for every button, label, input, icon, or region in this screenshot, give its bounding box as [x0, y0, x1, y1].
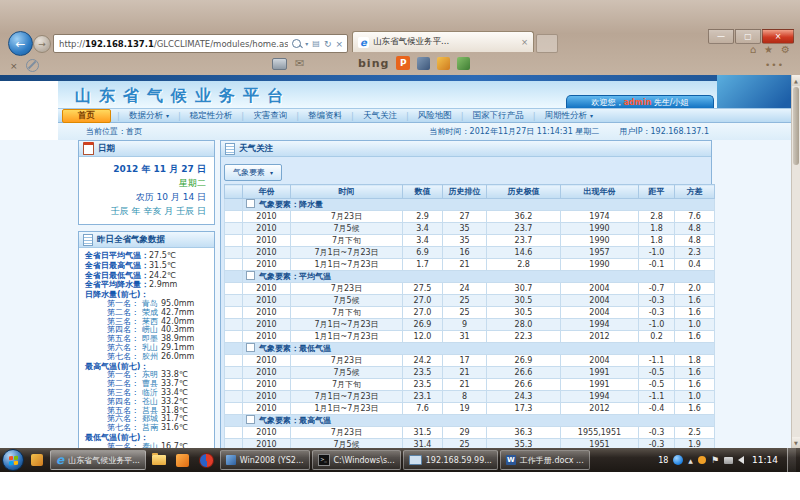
row-select-cell — [225, 427, 243, 439]
app-browser-button[interactable] — [196, 450, 218, 470]
rank-station[interactable]: 莒南 — [142, 424, 158, 433]
nav-item-9[interactable]: 周期性分析▾ — [536, 110, 603, 122]
camera-icon[interactable] — [272, 58, 287, 70]
browser-tab[interactable]: e 山东省气候业务平... × — [352, 31, 534, 52]
toolbar-app2-icon[interactable] — [437, 57, 450, 70]
compatibility-icon[interactable]: ▤ — [312, 39, 320, 48]
new-tab-button[interactable] — [536, 34, 558, 53]
mail-icon[interactable]: ✉ — [295, 57, 304, 70]
table-cell: 23.1 — [403, 391, 443, 403]
window-controls: — ▢ × — [707, 29, 794, 44]
table-cell: 21 — [443, 259, 487, 271]
refresh-icon[interactable]: ↻ — [324, 39, 332, 49]
table-cell: 2010 — [243, 319, 291, 331]
table-row[interactable]: 20107月23日24.21726.92004-1.11.8 — [225, 355, 715, 367]
overflow-dots-icon[interactable]: ••• — [765, 60, 784, 70]
table-row[interactable]: 20107月5候3.43523.719901.84.8 — [225, 223, 715, 235]
nav-item-6[interactable]: 天气关注 — [354, 110, 406, 122]
table-row[interactable]: 20107月23日2.92736.219742.87.6 — [225, 211, 715, 223]
table-row[interactable]: 20107月23日27.52430.72004-0.72.0 — [225, 283, 715, 295]
group-checkbox[interactable] — [246, 343, 255, 352]
taskbar-clock[interactable]: 11:14 — [752, 455, 778, 465]
favorites-star-icon[interactable]: ★ — [764, 44, 773, 55]
pinned-app-icon[interactable] — [26, 450, 48, 470]
explorer-button[interactable] — [148, 450, 170, 470]
group-name-cell: 气象要素：平均气温 — [243, 271, 715, 283]
app-orange-button[interactable] — [172, 450, 194, 470]
speaker-icon[interactable] — [738, 456, 744, 464]
bing-badge-icon[interactable]: P — [396, 56, 410, 70]
table-cell: -0.3 — [639, 439, 675, 449]
nav-item-7[interactable]: 风险地图 — [409, 110, 461, 122]
nav-item-5[interactable]: 整编资料 — [299, 110, 351, 122]
show-desktop-button[interactable] — [787, 448, 796, 472]
browser-forward-button[interactable]: → — [33, 35, 51, 53]
window-button[interactable]: 192.168.59.99... — [403, 450, 498, 470]
nav-item-1[interactable]: 首页 — [62, 109, 111, 123]
toolbar-app1-icon[interactable] — [417, 57, 430, 70]
table-cell: 25 — [443, 295, 487, 307]
window-maximize-button[interactable]: ▢ — [735, 29, 761, 44]
window-button[interactable]: W工作手册.docx ... — [500, 450, 590, 470]
group-checkbox[interactable] — [246, 199, 255, 208]
nav-item-8[interactable]: 国家下行产品 — [464, 110, 533, 122]
calendar-ganzhi: 壬辰 年 辛亥 月 壬辰 日 — [87, 204, 206, 218]
table-row[interactable]: 20107月1日~7月23日23.1824.31994-1.11.0 — [225, 391, 715, 403]
group-name: 气象要素：降水量 — [259, 200, 323, 209]
table-row[interactable]: 20107月下旬27.02530.52004-0.31.6 — [225, 307, 715, 319]
browser-back-button[interactable]: ← — [8, 31, 33, 56]
window-minimize-button[interactable]: — — [708, 29, 734, 44]
chevron-down-icon[interactable]: ▾ — [305, 40, 308, 47]
window-close-button[interactable]: × — [762, 29, 794, 44]
table-row[interactable]: 20107月1日~7月23日6.91614.61957-1.02.3 — [225, 247, 715, 259]
scroll-thumb[interactable] — [793, 87, 799, 165]
rank-station[interactable]: 胶州 — [142, 353, 158, 362]
messenger-icon[interactable] — [673, 455, 683, 465]
table-row[interactable]: 20107月下旬3.43523.719901.84.8 — [225, 235, 715, 247]
action-center-flag-icon[interactable]: ⚑ — [711, 455, 719, 465]
vertical-scrollbar[interactable]: ▲ ▼ — [791, 75, 800, 448]
scroll-down-arrow[interactable]: ▼ — [792, 437, 800, 448]
group-name: 气象要素：最低气温 — [259, 344, 331, 353]
table-row[interactable]: 20107月5候23.52126.61991-0.51.6 — [225, 367, 715, 379]
tab-title: 山东省气候业务平... — [373, 36, 517, 48]
tray-expand-icon[interactable]: ▲ — [688, 457, 693, 464]
close-icon[interactable]: × — [10, 61, 18, 71]
tab-close-icon[interactable]: × — [521, 37, 528, 47]
browser-right-icons: ⌂ ★ ⚙ — [750, 44, 790, 55]
table-row[interactable]: 20107月5候31.42535.31951-0.31.9 — [225, 439, 715, 449]
table-cell: 35 — [443, 223, 487, 235]
table-row[interactable]: 20107月1日~7月23日26.9928.01994-1.01.0 — [225, 319, 715, 331]
blocked-icon[interactable] — [26, 59, 39, 72]
element-filter-button[interactable]: 气象要素 ▾ — [224, 164, 282, 181]
rdp-icon — [409, 455, 422, 465]
table-row[interactable]: 20107月下旬23.52126.61991-0.51.6 — [225, 379, 715, 391]
window-button[interactable]: Win2008 (YS2... — [220, 450, 310, 470]
group-checkbox[interactable] — [246, 415, 255, 424]
bing-logo[interactable]: bing — [358, 57, 389, 70]
table-row[interactable]: 20107月23日31.52936.31955,1951-0.32.5 — [225, 427, 715, 439]
tray-app-icon[interactable] — [698, 456, 706, 464]
window-button[interactable]: >_C:\Windows\s... — [312, 450, 401, 470]
group-checkbox[interactable] — [246, 271, 255, 280]
taskbar-ie-button[interactable]: e 山东省气候业务平... — [50, 450, 146, 470]
scroll-up-arrow[interactable]: ▲ — [792, 75, 800, 86]
gear-icon[interactable]: ⚙ — [781, 44, 790, 55]
toolbar-app3-icon[interactable] — [457, 57, 470, 70]
nav-item-2[interactable]: 数据分析▾ — [120, 110, 178, 122]
nav-item-3[interactable]: 稳定性分析 — [181, 110, 242, 122]
nav-item-4[interactable]: 灾害查询 — [244, 110, 296, 122]
table-cell: 26.9 — [487, 355, 561, 367]
start-button[interactable] — [2, 449, 24, 471]
search-icon[interactable] — [292, 39, 301, 48]
table-row[interactable]: 20107月5候27.02530.52004-0.31.6 — [225, 295, 715, 307]
table-cell: 6.9 — [403, 247, 443, 259]
table-row[interactable]: 20101月1日~7月23日7.61917.32012-0.41.6 — [225, 403, 715, 415]
home-icon[interactable]: ⌂ — [750, 44, 756, 55]
table-row[interactable]: 20101月1日~7月23日1.7212.81990-0.10.4 — [225, 259, 715, 271]
stop-icon[interactable]: × — [335, 39, 343, 49]
network-icon[interactable] — [724, 457, 733, 464]
url-bar[interactable]: http://192.168.137.1/GLCCLIMATE/modules/… — [53, 34, 348, 53]
table-cell: 1.6 — [675, 295, 715, 307]
table-row[interactable]: 20101月1日~7月23日12.03122.320120.21.6 — [225, 331, 715, 343]
